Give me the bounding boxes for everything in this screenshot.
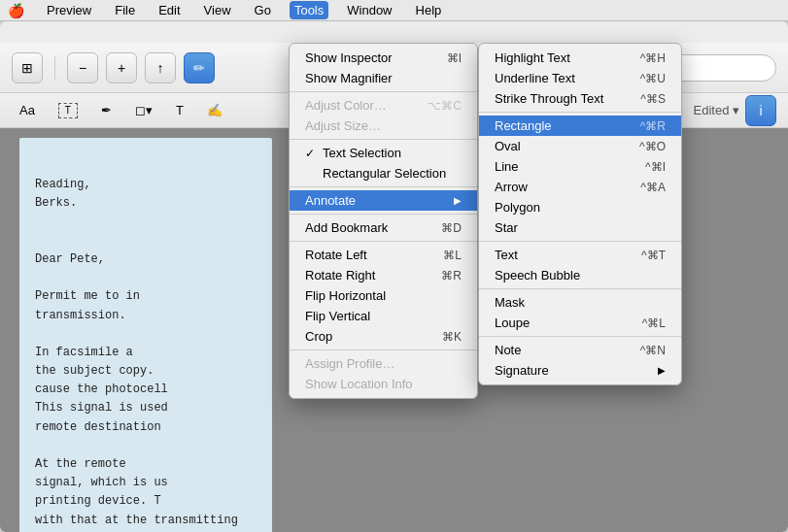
text-selection-label: Text Selection [323,146,401,160]
menu-text-selection[interactable]: ✓ Text Selection [290,143,477,163]
note-label: Note [495,343,521,357]
star-label: Star [495,220,518,235]
oval-label: Oval [495,139,521,153]
document-line: the subject copy. [35,362,257,381]
arrow-label: Arrow [495,180,528,194]
zoom-out-button[interactable]: − [67,52,98,83]
grid-view-button[interactable]: ⊞ [12,52,43,83]
annotate-arrow-icon: ▶ [454,195,462,206]
rectangle-shortcut: ^⌘R [640,119,666,133]
sub-line[interactable]: Line ^⌘I [479,156,681,177]
strike-through-label: Strike Through Text [495,91,603,106]
edited-label: Edited ▾ [694,103,739,117]
signature-icon: ✍ [207,103,223,117]
signature-arrow-icon: ▶ [658,365,666,376]
text-button[interactable]: T [168,100,191,120]
share-button[interactable]: ↑ [145,52,176,83]
crop-shortcut: ⌘K [442,330,462,344]
menu-rotate-right[interactable]: Rotate Right ⌘R [290,265,477,285]
polygon-label: Polygon [495,200,540,215]
add-bookmark-label: Add Bookmark [305,220,388,235]
underline-text-shortcut: ^⌘U [640,72,666,85]
loupe-label: Loupe [495,316,530,330]
annotate-submenu: Highlight Text ^⌘H Underline Text ^⌘U St… [478,43,682,385]
menu-flip-horizontal[interactable]: Flip Horizontal [290,285,477,306]
menu-view[interactable]: View [199,1,236,19]
note-shortcut: ^⌘N [640,344,666,357]
menu-add-bookmark[interactable]: Add Bookmark ⌘D [290,217,477,238]
pencil-button[interactable]: ✒ [93,100,120,120]
mask-label: Mask [495,295,525,310]
menu-go[interactable]: Go [250,1,276,19]
menu-tools[interactable]: Tools [290,1,328,19]
text-selection-check: ✓ [305,147,315,160]
sub-underline-text[interactable]: Underline Text ^⌘U [479,68,681,88]
show-magnifier-label: Show Magnifier [305,71,393,85]
sub-mask[interactable]: Mask [479,292,681,313]
pencil-icon: ✒ [101,103,112,117]
highlight-text-shortcut: ^⌘H [640,51,666,65]
sub-star[interactable]: Star [479,217,681,238]
zoom-in-button[interactable]: + [106,52,137,83]
sub-polygon[interactable]: Polygon [479,197,681,217]
sub-text[interactable]: Text ^⌘T [479,245,681,265]
separator-2 [290,139,477,140]
separator-6 [290,349,477,350]
annotate-label: Annotate [305,193,356,208]
document-line: printing device. T [35,492,257,511]
document-line: Permit me to in [35,287,257,306]
menu-adjust-color: Adjust Color… ⌥⌘C [290,95,477,116]
info-button[interactable]: i [745,95,776,126]
toolbar-separator-1 [54,56,55,80]
show-location-label: Show Location Info [305,377,413,391]
shapes-icon: ◻▾ [135,103,153,117]
menu-rectangular-selection[interactable]: ✓ Rectangular Selection [290,163,477,183]
apple-icon[interactable]: 🍎 [8,3,24,18]
rectangular-selection-label: Rectangular Selection [323,166,446,181]
sub-highlight-text[interactable]: Highlight Text ^⌘H [479,48,681,68]
menu-annotate[interactable]: Annotate ▶ [290,190,477,211]
text-selection-icon: T [58,103,78,118]
document-line [35,232,257,250]
sub-sep-1 [479,112,681,113]
text-selection-button[interactable]: T [51,100,86,121]
menu-show-inspector[interactable]: Show Inspector ⌘I [290,48,477,68]
menu-file[interactable]: File [110,1,140,19]
menu-crop[interactable]: Crop ⌘K [290,326,477,347]
menu-show-location: Show Location Info [290,374,477,394]
menu-rotate-left[interactable]: Rotate Left ⌘L [290,245,477,265]
grid-icon: ⊞ [21,60,33,76]
sub-speech-bubble[interactable]: Speech Bubble [479,265,681,285]
sub-oval[interactable]: Oval ^⌘O [479,136,681,156]
markup-button[interactable]: ✏ [184,52,215,83]
menu-show-magnifier[interactable]: Show Magnifier [290,68,477,88]
menu-bar: 🍎 Preview File Edit View Go Tools Window… [0,0,788,21]
font-icon: Aa [19,103,35,117]
sub-strike-through[interactable]: Strike Through Text ^⌘S [479,88,681,109]
menu-window[interactable]: Window [342,1,396,19]
sub-arrow[interactable]: Arrow ^⌘A [479,177,681,197]
markup-icon: ✏ [193,60,205,76]
main-window: ⊞ − + ↑ ✏ 🔍 Aa T ✒ ◻▾ [0,21,788,532]
font-button[interactable]: Aa [12,100,43,120]
text-icon: T [176,103,184,117]
sub-rectangle[interactable]: Rectangle ^⌘R [479,116,681,136]
show-inspector-shortcut: ⌘I [447,51,462,65]
sub-signature[interactable]: Signature ▶ [479,360,681,381]
separator-5 [290,241,477,242]
signature-button[interactable]: ✍ [199,100,230,120]
sub-sep-3 [479,288,681,289]
adjust-color-label: Adjust Color… [305,98,387,113]
menu-preview[interactable]: Preview [42,1,96,19]
sub-note[interactable]: Note ^⌘N [479,340,681,360]
document-page: Reading, Berks. Dear Pete, Permit me to … [19,138,272,532]
menu-help[interactable]: Help [411,1,447,19]
menu-flip-vertical[interactable]: Flip Vertical [290,306,477,326]
adjust-color-shortcut: ⌥⌘C [428,99,462,113]
sub-sep-2 [479,241,681,242]
separator-4 [290,214,477,215]
info-icon: i [759,103,762,118]
sub-loupe[interactable]: Loupe ^⌘L [479,313,681,333]
menu-edit[interactable]: Edit [154,1,185,19]
shapes-button[interactable]: ◻▾ [127,100,160,120]
